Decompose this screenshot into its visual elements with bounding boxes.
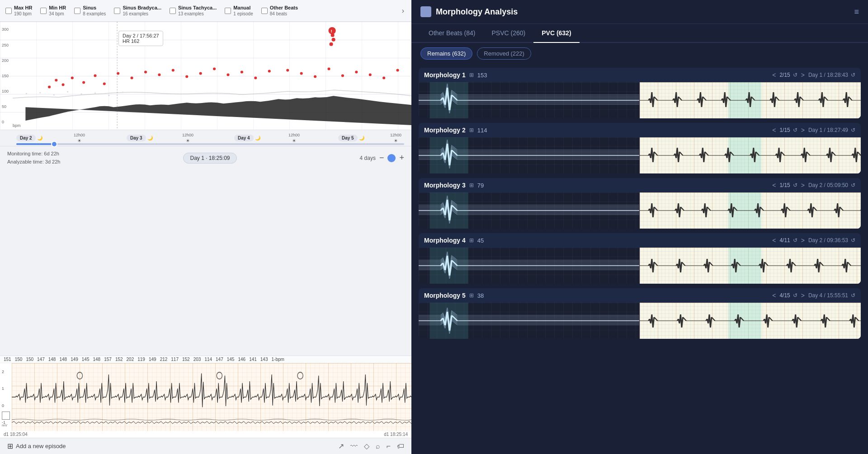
tab-other-beats[interactable]: Other Beats (84)	[420, 24, 484, 43]
legend-sub-max-hr: 190 bpm	[14, 11, 32, 17]
morph-card-4[interactable]: Morphology 4 ⊞ 45 < 4/11 ↺ > Day 2 / 09:…	[419, 233, 861, 284]
morph-date-refresh-1[interactable]: ↺	[851, 72, 855, 78]
search-tool-icon[interactable]: ⌕	[376, 442, 380, 450]
legend-checkbox-min-hr[interactable]	[40, 8, 47, 14]
legend-item-other-beats[interactable]: Other Beats 84 beats	[261, 5, 298, 17]
svg-point-27	[286, 69, 289, 72]
morph-count-2: 114	[477, 127, 487, 134]
morph-title-4: Morphology 4	[424, 237, 466, 244]
filter-removed[interactable]: Removed (222)	[477, 47, 531, 60]
add-icon: ⊞	[7, 442, 13, 450]
morph-date-refresh-3[interactable]: ↺	[851, 182, 855, 188]
morph-prev-4[interactable]: <	[771, 237, 777, 244]
morph-refresh-icon-4[interactable]: ↺	[793, 237, 797, 243]
svg-rect-53	[429, 303, 468, 339]
add-episode-btn[interactable]: ⊞ Add a new episode	[7, 442, 66, 450]
morph-refresh-icon-5[interactable]: ↺	[793, 292, 797, 299]
morph-next-5[interactable]: >	[800, 292, 806, 299]
legend-checkbox-other-beats[interactable]	[261, 8, 268, 14]
morph-next-3[interactable]: >	[800, 182, 806, 189]
morph-next-2[interactable]: >	[800, 126, 806, 134]
tab-psvc[interactable]: PSVC (260)	[484, 24, 534, 43]
svg-point-34	[341, 75, 344, 77]
morph-date-2: Day 1 / 18:27:49	[808, 127, 848, 133]
filter-remains[interactable]: Remains (632)	[420, 47, 472, 60]
morph-title-3: Morphology 3	[424, 182, 466, 189]
bpm-value: 212	[160, 357, 168, 362]
legend-item-sinus-brady[interactable]: Sinus Bradyca... 16 examples	[114, 5, 161, 17]
svg-point-22	[213, 68, 216, 70]
morph-card-5[interactable]: Morphology 5 ⊞ 38 < 4/15 ↺ > Day 4 / 15:…	[419, 288, 861, 339]
legend-item-sinus-tachy[interactable]: Sinus Tachyca... 13 examples	[170, 5, 217, 17]
svg-text:!: !	[331, 28, 332, 33]
menu-icon[interactable]: ≡	[854, 7, 859, 17]
legend-arrow[interactable]: ›	[400, 7, 406, 15]
bpm-value: 150	[26, 357, 33, 362]
morph-count-4: 45	[477, 237, 484, 244]
morph-card-2[interactable]: Morphology 2 ⊞ 114 < 1/15 ↺ > Day 1 / 18…	[419, 123, 861, 173]
legend-checkbox-sinus-tachy[interactable]	[170, 8, 176, 14]
legend-item-sinus[interactable]: Sinus 8 examples	[74, 5, 106, 17]
morph-date-refresh-4[interactable]: ↺	[851, 237, 855, 243]
svg-point-9	[55, 79, 57, 82]
morph-refresh-icon-3[interactable]: ↺	[793, 182, 797, 188]
legend-checkbox-max-hr[interactable]	[5, 8, 12, 14]
morph-prev-5[interactable]: <	[771, 292, 777, 299]
legend-checkbox-sinus[interactable]	[74, 8, 80, 14]
bpm-value: 145	[227, 357, 235, 362]
morph-chart-right-5	[640, 303, 861, 339]
svg-point-29	[314, 75, 316, 78]
legend-item-manual[interactable]: Manual 1 episode	[225, 5, 253, 17]
morph-next-1[interactable]: >	[800, 71, 806, 79]
zoom-plus-btn[interactable]: +	[399, 153, 404, 163]
svg-point-1	[39, 92, 41, 94]
svg-point-13	[94, 75, 96, 77]
svg-point-38	[396, 69, 399, 72]
monitoring-time: Monitoring time: 6d 22h	[7, 150, 60, 158]
legend-item-min-hr[interactable]: Min HR 34 bpm	[40, 5, 66, 17]
morph-refresh-icon-1[interactable]: ↺	[793, 72, 797, 78]
svg-point-16	[131, 77, 133, 80]
morph-page-3: 1/15	[779, 182, 790, 188]
bpm-value: 152	[115, 357, 123, 362]
svg-point-4	[81, 94, 82, 95]
arrow-tool-icon[interactable]: ↗	[338, 442, 344, 450]
morph-prev-2[interactable]: <	[771, 126, 777, 134]
current-time-btn[interactable]: Day 1 · 18:25:09	[183, 153, 236, 164]
diamond-tool-icon[interactable]: ◇	[364, 442, 369, 450]
legend-checkbox-sinus-brady[interactable]	[114, 8, 120, 14]
svg-point-0	[26, 93, 27, 94]
morph-card-1[interactable]: Morphology 1 ⊞ 153 < 2/15 ↺ > Day 1 / 18…	[419, 68, 861, 118]
ecg-time-start: d1 18:25:04	[4, 432, 28, 437]
morph-refresh-icon-2[interactable]: ↺	[793, 127, 797, 133]
svg-point-23	[226, 74, 229, 76]
morph-count-1: 153	[477, 72, 487, 79]
time-marker-12h-3: 12h00 ☀	[288, 133, 300, 143]
legend-item-max-hr[interactable]: Max HR 190 bpm	[5, 5, 32, 17]
morph-prev-1[interactable]: <	[771, 71, 777, 79]
morph-prev-3[interactable]: <	[771, 182, 777, 189]
morph-date-refresh-5[interactable]: ↺	[851, 292, 855, 299]
morph-count-3: 79	[477, 182, 484, 189]
zoom-minus-btn[interactable]: −	[379, 153, 384, 163]
tag-tool-icon[interactable]: 🏷	[397, 442, 404, 450]
tab-pvc[interactable]: PVC (632)	[533, 24, 579, 43]
time-marker-day2: Day 2 🌙	[16, 135, 42, 141]
time-axis: Day 2 🌙 12h00 ☀ Day 3 🌙 12h00 ☀ Da	[0, 130, 411, 146]
ecg-bpm-bar: 1511501501471481481491451481571522021191…	[0, 356, 411, 363]
morph-card-3[interactable]: Morphology 3 ⊞ 79 < 1/15 ↺ > Day 2 / 05:…	[419, 178, 861, 229]
ecg-y-2: 2	[2, 370, 5, 374]
ruler-tool-icon[interactable]: ⌐	[387, 442, 391, 450]
bpm-value: 146	[238, 357, 245, 362]
morph-charts-3	[419, 192, 861, 229]
morph-card-header-4: Morphology 4 ⊞ 45 < 4/11 ↺ > Day 2 / 09:…	[419, 233, 861, 248]
morph-date-refresh-2[interactable]: ↺	[851, 127, 855, 133]
morph-page-2: 1/15	[779, 127, 790, 133]
tool-icons: ↗ 〰 ◇ ⌕ ⌐ 🏷	[338, 442, 404, 450]
svg-rect-47	[429, 137, 468, 173]
morph-next-4[interactable]: >	[800, 237, 806, 244]
legend-label-other-beats: Other Beats	[270, 5, 298, 11]
waveform-tool-icon[interactable]: 〰	[350, 442, 358, 450]
legend-label-min-hr: Min HR	[49, 5, 66, 11]
legend-checkbox-manual[interactable]	[225, 8, 231, 14]
